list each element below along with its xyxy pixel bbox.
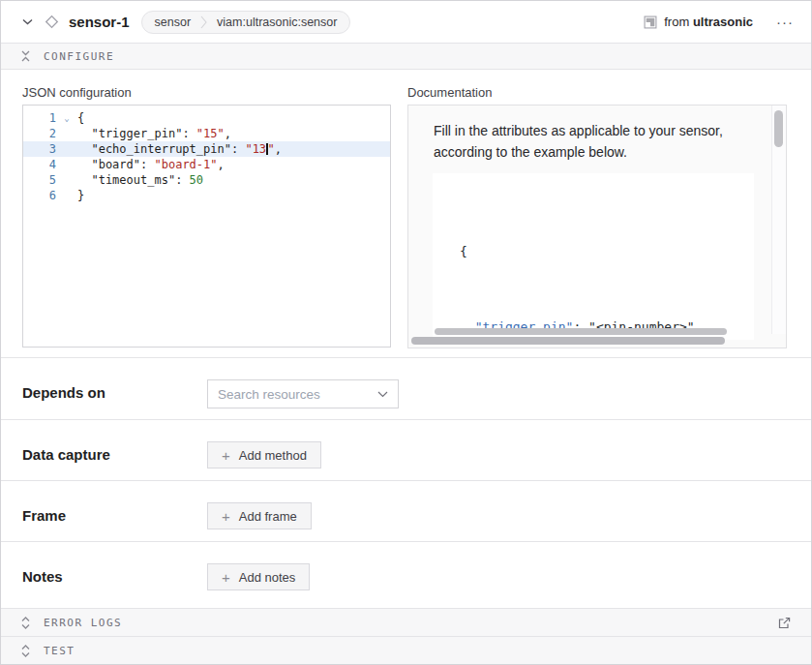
component-type-badge: sensor viam:ultrasonic:sensor [141, 11, 351, 34]
configure-section-bar[interactable]: CONFIGURE [1, 44, 811, 70]
add-method-button[interactable]: + Add method [207, 441, 321, 469]
search-resources-input[interactable] [218, 387, 372, 402]
line-number: 4 [23, 157, 56, 172]
depends-on-label: Depends on [22, 379, 207, 401]
line-number: 6 [23, 188, 56, 203]
editor-active-line: 3 "echo_interrupt_pin": "13", [23, 141, 390, 157]
error-logs-label: ERROR LOGS [44, 617, 122, 629]
fold-arrow-icon[interactable]: ⌄ [56, 110, 77, 126]
data-capture-label: Data capture [22, 441, 207, 463]
documentation-code-example: { "trigger_pin": "<pin-number>", "echo_i… [433, 173, 754, 340]
plus-icon: + [222, 570, 230, 585]
chevron-down-icon[interactable] [377, 391, 388, 398]
code-horizontal-scrollbar[interactable] [435, 328, 727, 335]
notes-label: Notes [22, 563, 207, 585]
line-number: 1 [23, 110, 56, 126]
editor-line: 6} [23, 188, 390, 203]
component-header: sensor-1 sensor viam:ultrasonic:sensor f… [1, 1, 811, 44]
line-number: 2 [23, 126, 56, 141]
editor-line: 1⌄{ [23, 110, 390, 126]
model-label: viam:ultrasonic:sensor [217, 15, 337, 29]
breadcrumb-chevron-icon [200, 15, 207, 29]
documentation-panel: Fill in the attributes as applicable to … [407, 105, 787, 348]
collapse-chevron-icon[interactable] [18, 14, 36, 31]
line-number: 3 [23, 141, 56, 157]
frame-label: Frame [22, 502, 207, 524]
test-section-bar[interactable]: TEST [1, 636, 811, 664]
more-menu-icon[interactable]: ··· [774, 15, 796, 29]
component-name: sensor-1 [69, 14, 130, 30]
error-logs-section-bar[interactable]: ERROR LOGS [1, 608, 811, 636]
editor-line: 5 "timeout_ms": 50 [23, 172, 390, 188]
depends-on-section: Depends on [1, 357, 811, 419]
collapse-vertical-icon [20, 50, 31, 62]
add-notes-button[interactable]: + Add notes [207, 563, 310, 590]
doc-horizontal-scrollbar[interactable] [411, 337, 725, 345]
add-frame-button[interactable]: + Add frame [207, 502, 312, 529]
data-capture-section: Data capture + Add method [1, 419, 811, 480]
json-config-editor[interactable]: 1⌄{ 2 "trigger_pin": "15", 3 "echo_inter… [22, 105, 391, 348]
from-module-label: from ultrasonic [664, 15, 753, 29]
plus-icon: + [222, 448, 230, 463]
frame-section: Frame + Add frame [1, 480, 811, 541]
editor-line: 2 "trigger_pin": "15", [23, 126, 390, 141]
plus-icon: + [222, 509, 230, 524]
notes-section: Notes + Add notes [1, 541, 811, 608]
module-source: from ultrasonic [644, 15, 753, 29]
documentation-label: Documentation [407, 85, 787, 100]
open-external-icon[interactable] [777, 616, 792, 630]
unfold-icon [20, 617, 31, 629]
doc-vertical-scrollbar[interactable] [774, 110, 783, 147]
json-config-label: JSON configuration [22, 85, 391, 100]
component-card: sensor-1 sensor viam:ultrasonic:sensor f… [0, 0, 812, 665]
documentation-description: Fill in the attributes as applicable to … [408, 106, 778, 163]
test-label: TEST [44, 645, 75, 657]
configure-content: JSON configuration 1⌄{ 2 "trigger_pin": … [1, 70, 811, 357]
configure-label: CONFIGURE [44, 50, 114, 63]
unfold-icon [20, 645, 31, 657]
depends-on-select[interactable] [207, 379, 399, 408]
module-icon [644, 15, 657, 29]
sensor-component-icon [42, 13, 61, 32]
editor-line: 4 "board": "board-1", [23, 157, 390, 172]
line-number: 5 [23, 172, 56, 188]
type-label: sensor [155, 15, 192, 29]
